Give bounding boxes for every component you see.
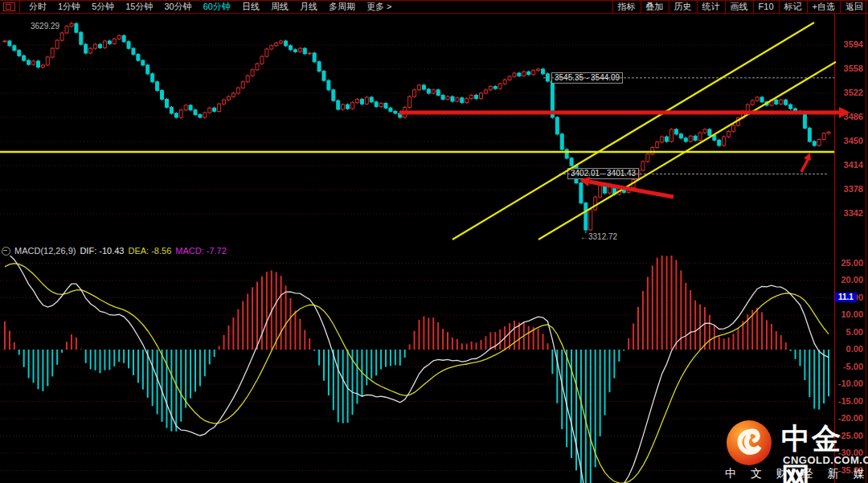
period-menu-item[interactable]: 分时 (23, 1, 52, 13)
price-axis-label: 3594 (844, 40, 863, 49)
price-axis-label: 3378 (844, 185, 863, 194)
period-menu-item[interactable]: 日线 (236, 1, 265, 13)
cngold-logo-icon (722, 418, 778, 468)
period-menu: 分时1分钟5分钟15分钟30分钟60分钟日线周线月线多周期更多 > (23, 1, 397, 13)
tools-menu-item[interactable]: 返回 (840, 1, 868, 13)
low-price-label: ←3312.72 (580, 232, 617, 241)
period-menu-item[interactable]: 5分钟 (86, 1, 120, 13)
trading-app-window: 分时1分钟5分钟15分钟30分钟60分钟日线周线月线多周期更多 > 指标叠加历史… (0, 0, 868, 483)
price-axis-label: 3414 (844, 161, 863, 170)
tools-menu: 指标叠加历史统计画线F10标记+自选返回 (612, 1, 868, 13)
collapse-indicator-icon[interactable] (2, 247, 10, 256)
macd-chart[interactable] (0, 256, 834, 483)
gap-label-lower[interactable]: 3402.01 - 3401.43 (567, 168, 639, 179)
tools-menu-item[interactable]: F10 (753, 1, 779, 13)
watermark-domain: CNGOLD.COM.CN (783, 454, 868, 466)
gap-label-upper[interactable]: 3545.35 - 3544.09 (551, 72, 623, 84)
macd-axis-label: -5.00 (843, 362, 863, 371)
period-menu-item[interactable]: 多周期 (323, 1, 361, 13)
top-menubar: 分时1分钟5分钟15分钟30分钟60分钟日线周线月线多周期更多 > 指标叠加历史… (0, 0, 868, 14)
tools-menu-item[interactable]: +自选 (807, 1, 840, 13)
window-layout-icon[interactable] (3, 2, 15, 11)
macd-axis-label: 5.00 (846, 328, 863, 337)
tools-menu-item[interactable]: 历史 (669, 1, 697, 13)
period-menu-item[interactable]: 30分钟 (159, 1, 198, 13)
period-menu-item[interactable]: 1分钟 (52, 1, 86, 13)
candlestick-chart[interactable] (0, 14, 834, 245)
period-menu-item[interactable]: 60分钟 (198, 1, 236, 13)
menu-divider (19, 1, 20, 13)
macd-axis-label: 25.00 (841, 259, 863, 268)
high-price-label: 3629.29 (31, 22, 59, 31)
tools-menu-item[interactable]: 统计 (697, 1, 725, 13)
macd-value: MACD: -7.72 (175, 246, 227, 256)
macd-header: MACD(12,26,9) DIF: -10.43 DEA: -8.56 MAC… (2, 246, 227, 256)
dif-value: DIF: -10.43 (80, 246, 124, 256)
right-axis-column: 3594355835223486345034143378334225.0020.… (834, 14, 866, 483)
period-menu-item[interactable]: 更多 > (361, 1, 397, 13)
macd-axis-label: -15.00 (838, 397, 863, 406)
axis-badge: 11.1 (835, 293, 857, 302)
tools-menu-item[interactable]: 标记 (779, 1, 807, 13)
tools-menu-item[interactable]: 指标 (612, 1, 641, 13)
price-axis-label: 3522 (844, 88, 863, 97)
cngold-watermark: 中金网 CNGOLD.COM.CN 中 文 财 经 新 媒 体 (722, 416, 863, 481)
price-axis-label: 3342 (844, 209, 863, 218)
tools-menu-item[interactable]: 叠加 (641, 1, 669, 13)
price-axis-label: 3558 (844, 64, 863, 73)
window-right-border (866, 0, 866, 483)
indicator-name[interactable]: MACD(12,26,9) (14, 246, 76, 256)
period-menu-item[interactable]: 周线 (265, 1, 294, 13)
macd-axis-label: -10.00 (838, 379, 863, 388)
macd-axis-label: 0.00 (846, 345, 863, 354)
tools-menu-item[interactable]: 画线 (725, 1, 753, 13)
dea-value: DEA: -8.56 (128, 246, 171, 256)
period-menu-item[interactable]: 月线 (294, 1, 323, 13)
price-axis-label: 3486 (844, 113, 863, 121)
macd-axis-label: 10.00 (841, 310, 863, 319)
macd-axis-label: 20.00 (841, 276, 863, 284)
watermark-tagline: 中 文 财 经 新 媒 体 (725, 467, 868, 481)
price-axis-label: 3450 (844, 137, 863, 145)
period-menu-item[interactable]: 15分钟 (120, 1, 158, 13)
